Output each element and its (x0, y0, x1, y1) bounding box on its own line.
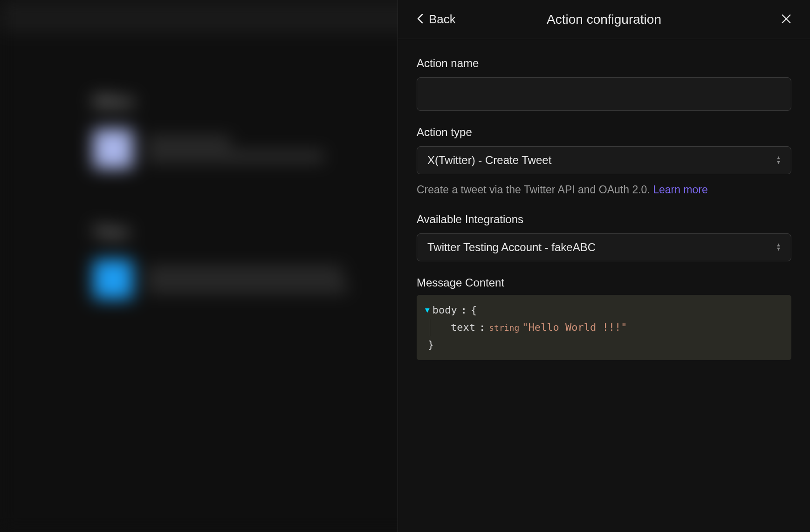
action-name-field-group: Action name (417, 57, 791, 111)
integrations-select[interactable]: Twitter Testing Account - fakeABC (417, 233, 791, 261)
action-type-field-group: Action type X(Twitter) - Create Tweet ▲ … (417, 126, 791, 198)
action-config-panel: Back Action configuration Action name Ac… (398, 0, 810, 532)
action-name-input[interactable] (417, 77, 791, 111)
action-type-description: Create a tweet via the Twitter API and O… (417, 182, 791, 198)
collapse-toggle-icon[interactable]: ▼ (425, 304, 430, 316)
code-type-label: string (489, 321, 519, 335)
close-button[interactable] (781, 14, 791, 25)
code-open-brace: { (471, 301, 477, 319)
code-close-brace: } (428, 336, 434, 353)
message-content-field-group: Message Content ▼ body : { text : string… (417, 276, 791, 360)
close-icon (781, 14, 791, 24)
integrations-field-group: Available Integrations Twitter Testing A… (417, 213, 791, 261)
action-type-label: Action type (417, 126, 791, 139)
chevron-left-icon (417, 13, 423, 26)
learn-more-link[interactable]: Learn more (653, 184, 708, 196)
integrations-selected-value: Twitter Testing Account - fakeABC (427, 241, 596, 254)
code-string-value: "Hello World !!!" (522, 319, 627, 336)
bg-heading-then: Then (93, 224, 347, 241)
panel-header: Back Action configuration (398, 0, 810, 39)
message-content-editor[interactable]: ▼ body : { text : string "Hello World !!… (417, 295, 791, 360)
action-name-label: Action name (417, 57, 791, 70)
panel-title: Action configuration (547, 12, 661, 27)
code-text-key: text (451, 319, 475, 336)
action-type-selected-value: X(Twitter) - Create Tweet (427, 154, 551, 167)
action-type-select[interactable]: X(Twitter) - Create Tweet (417, 146, 791, 174)
integrations-label: Available Integrations (417, 213, 791, 226)
back-label: Back (429, 12, 456, 27)
panel-body: Action name Action type X(Twitter) - Cre… (398, 39, 810, 532)
message-content-label: Message Content (417, 276, 791, 289)
code-body-key: body (432, 301, 457, 319)
bg-heading-when: When (93, 93, 324, 110)
back-button[interactable]: Back (417, 12, 456, 27)
